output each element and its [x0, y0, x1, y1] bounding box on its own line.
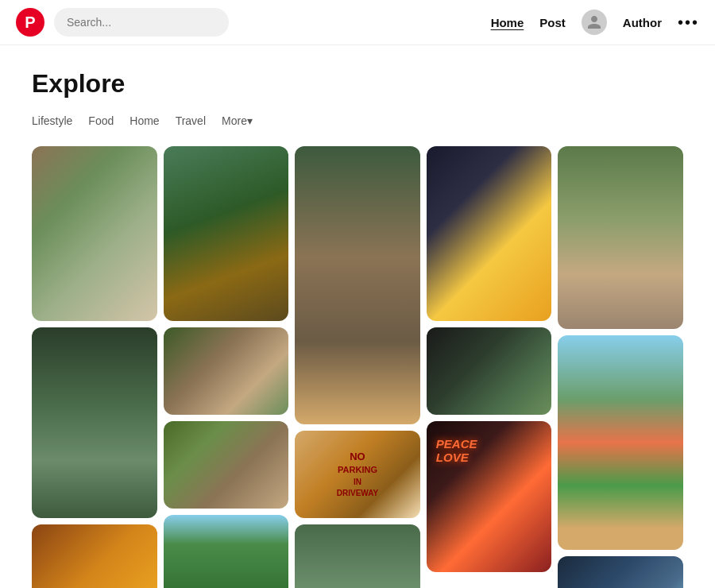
photo-card[interactable] [32, 327, 157, 518]
photo-card[interactable] [32, 146, 157, 321]
photo-card[interactable] [427, 327, 552, 415]
masonry-grid: NO PARKING IN DRIVEWAY PEACE LOVE [32, 146, 683, 588]
photo-card[interactable] [164, 146, 289, 321]
category-home[interactable]: Home [129, 114, 159, 127]
grid-col-2 [164, 146, 289, 588]
search-input[interactable] [54, 8, 229, 37]
logo-letter: P [25, 14, 35, 32]
photo-card[interactable] [558, 335, 683, 550]
photo-card[interactable] [427, 146, 552, 321]
category-more-dropdown[interactable]: More▾ [222, 114, 253, 127]
photo-card[interactable] [164, 327, 289, 415]
nav-home-link[interactable]: Home [491, 16, 524, 29]
category-lifestyle[interactable]: Lifestyle [32, 114, 72, 127]
photo-card[interactable] [164, 421, 289, 509]
grid-col-1 [32, 146, 157, 588]
category-travel[interactable]: Travel [176, 114, 206, 127]
category-food[interactable]: Food [88, 114, 114, 127]
main-content: Explore Lifestyle Food Home Travel More▾ [0, 45, 715, 588]
photo-card[interactable] [164, 515, 289, 588]
grid-col-4: PEACE LOVE [427, 146, 552, 572]
photo-card[interactable] [295, 524, 420, 588]
page-title: Explore [32, 69, 683, 99]
nav-author-link[interactable]: Author [623, 16, 662, 29]
avatar-icon [586, 14, 602, 30]
category-nav: Lifestyle Food Home Travel More▾ [32, 114, 683, 127]
more-options-button[interactable]: ••• [678, 14, 699, 32]
avatar[interactable] [582, 10, 607, 35]
grid-col-3: NO PARKING IN DRIVEWAY [295, 146, 420, 588]
logo[interactable]: P [16, 8, 44, 37]
nav-right: Home Post Author ••• [491, 10, 699, 35]
nav-post-link[interactable]: Post [539, 16, 566, 29]
photo-card[interactable] [32, 524, 157, 588]
photo-card[interactable]: NO PARKING IN DRIVEWAY [295, 431, 420, 518]
photo-card[interactable] [558, 556, 683, 588]
photo-card[interactable] [295, 146, 420, 424]
header: P Home Post Author ••• [0, 0, 715, 45]
grid-col-5 [558, 146, 683, 588]
photo-card[interactable] [558, 146, 683, 329]
photo-card[interactable]: PEACE LOVE [427, 421, 552, 572]
